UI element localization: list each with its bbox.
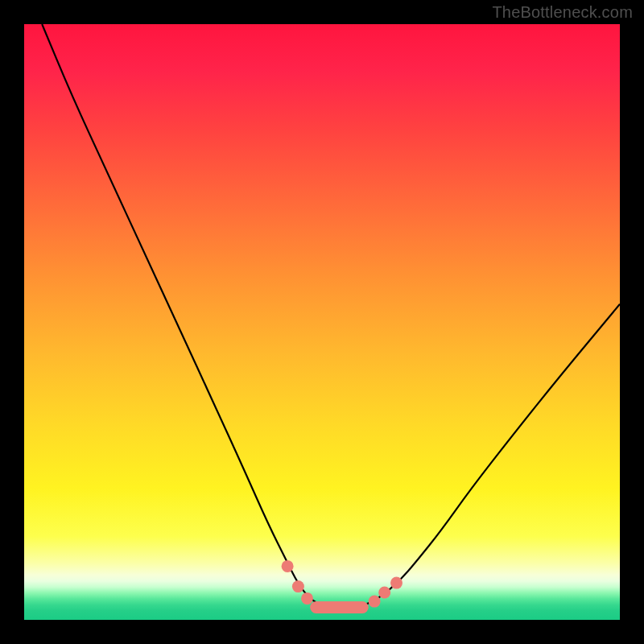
plateau-group <box>310 601 369 613</box>
curve-marker <box>378 587 390 599</box>
curve-marker <box>390 577 402 589</box>
chart-frame: TheBottleneck.com <box>0 0 644 644</box>
plateau-marker <box>310 601 369 613</box>
curve-marker <box>292 580 304 592</box>
plot-area <box>24 24 620 620</box>
curve-marker <box>301 592 313 605</box>
curve-marker <box>282 560 294 572</box>
curve-marker <box>369 596 381 608</box>
chart-svg <box>24 24 620 620</box>
marker-group <box>282 560 402 608</box>
bottleneck-curve <box>42 24 620 608</box>
watermark-text: TheBottleneck.com <box>492 3 633 22</box>
